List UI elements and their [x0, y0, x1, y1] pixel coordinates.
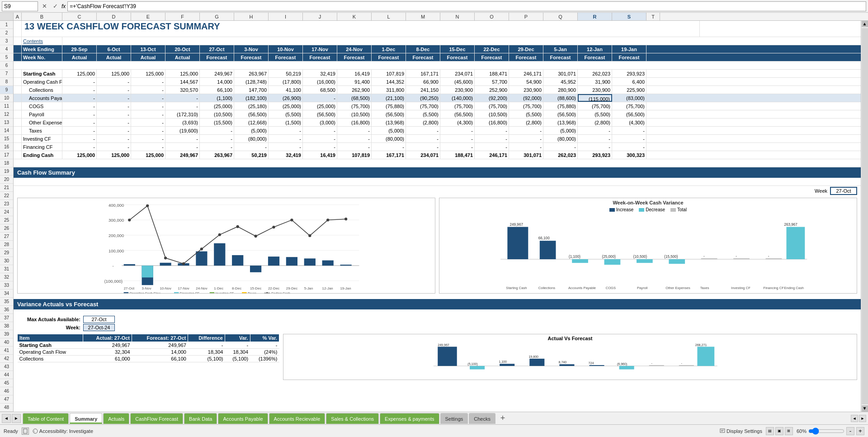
row-44[interactable]: 44 — [0, 371, 13, 379]
right-scrollbar[interactable]: ▲ ▼ — [861, 21, 868, 412]
col-O[interactable]: O — [475, 13, 509, 20]
row-22[interactable]: 22 — [0, 192, 13, 200]
row-45[interactable]: 45 — [0, 379, 13, 387]
tab-table-of-content[interactable]: Table of Content — [23, 413, 69, 424]
tab-checks[interactable]: Checks — [469, 413, 495, 424]
col-C[interactable]: C — [62, 13, 97, 20]
col-F[interactable]: F — [165, 13, 200, 20]
tab-scroll-left[interactable]: ◄ — [2, 414, 11, 423]
col-R[interactable]: R — [578, 13, 612, 20]
row-47[interactable]: 47 — [0, 395, 13, 404]
col-B[interactable]: B — [22, 13, 62, 20]
row-13[interactable]: 13 — [0, 119, 13, 127]
row-27[interactable]: 27 — [0, 233, 13, 241]
col-M[interactable]: M — [406, 13, 440, 20]
row-41[interactable]: 41 — [0, 347, 13, 355]
row-28[interactable]: 28 — [0, 241, 13, 249]
tab-sales-collections[interactable]: Sales & Collections — [326, 413, 379, 424]
row-38[interactable]: 38 — [0, 322, 13, 330]
zoom-out-btn[interactable]: - — [846, 427, 854, 435]
col-T[interactable]: T — [646, 13, 660, 20]
col-J[interactable]: J — [303, 13, 337, 20]
col-E[interactable]: E — [131, 13, 165, 20]
row-1[interactable]: 1 — [0, 21, 13, 29]
row-2[interactable]: 2 — [0, 29, 13, 37]
row-23[interactable]: 23 — [0, 200, 13, 208]
col-S[interactable]: S — [612, 13, 646, 20]
col-D[interactable]: D — [97, 13, 131, 20]
row-36[interactable]: 36 — [0, 306, 13, 314]
col-K[interactable]: K — [337, 13, 372, 20]
row-3[interactable]: 3 — [0, 37, 13, 45]
row-14[interactable]: 14 — [0, 127, 13, 135]
row-31[interactable]: 31 — [0, 265, 13, 273]
row-19[interactable]: 19 — [0, 167, 13, 176]
tab-accounts-payable[interactable]: Accounts Payable — [218, 413, 268, 424]
normal-view-btn[interactable]: ▤ — [766, 427, 774, 435]
zoom-in-btn[interactable]: + — [856, 427, 864, 435]
tab-actuals[interactable]: Actuals — [103, 413, 129, 424]
row-39[interactable]: 39 — [0, 330, 13, 338]
cancel-formula-btn[interactable]: ✕ — [40, 2, 49, 11]
row-46[interactable]: 46 — [0, 387, 13, 395]
row-8[interactable]: 8 — [0, 78, 13, 86]
row-18[interactable]: 18 — [0, 159, 13, 167]
page-break-btn[interactable]: ⊞ — [785, 427, 793, 435]
week-actuals-input[interactable]: 27-Oct-24 — [83, 324, 115, 331]
row-25[interactable]: 25 — [0, 216, 13, 224]
row-35[interactable]: 35 — [0, 298, 13, 306]
scroll-up-btn[interactable]: ▲ — [862, 21, 868, 27]
scroll-down-btn[interactable]: ▼ — [862, 405, 868, 412]
row-24[interactable]: 24 — [0, 208, 13, 216]
add-sheet-btn[interactable]: + — [498, 414, 507, 423]
row-10[interactable]: 10 — [0, 94, 13, 102]
col-P[interactable]: P — [509, 13, 543, 20]
col-H[interactable]: H — [234, 13, 269, 20]
row-26[interactable]: 26 — [0, 224, 13, 233]
cell-reference-box[interactable]: S9 — [2, 1, 38, 11]
week-input[interactable]: 27-Oct — [830, 187, 857, 195]
row-20[interactable]: 20 — [0, 176, 13, 184]
scroll-thumb[interactable] — [862, 28, 868, 404]
row-34[interactable]: 34 — [0, 290, 13, 298]
tab-accounts-receivable[interactable]: Accounts Recievable — [269, 413, 326, 424]
row-48[interactable]: 48 — [0, 404, 13, 412]
display-settings-btn[interactable]: Display Settings — [720, 428, 762, 434]
tab-bank-data[interactable]: Bank Data — [184, 413, 217, 424]
row-9[interactable]: 9 — [0, 86, 13, 94]
contents-link[interactable]: Contents — [22, 37, 62, 45]
tab-nav-right[interactable]: ► — [859, 415, 866, 422]
row-15[interactable]: 15 — [0, 135, 13, 143]
row-29[interactable]: 29 — [0, 249, 13, 257]
col-I[interactable]: I — [269, 13, 303, 20]
row-16[interactable]: 16 — [0, 143, 13, 151]
tab-summary[interactable]: Summary — [70, 413, 102, 424]
confirm-formula-btn[interactable]: ✓ — [51, 2, 60, 11]
row-32[interactable]: 32 — [0, 273, 13, 281]
col-L[interactable]: L — [372, 13, 406, 20]
row-12[interactable]: 12 — [0, 110, 13, 119]
row-21[interactable]: 21 — [0, 184, 13, 192]
formula-input[interactable]: =+'CashFlow Forecast'!Y39 — [67, 1, 866, 11]
row-42[interactable]: 42 — [0, 355, 13, 363]
tab-expenses-payments[interactable]: Expenses & payments — [380, 413, 439, 424]
row-30[interactable]: 30 — [0, 257, 13, 265]
row-5[interactable]: 5 — [0, 53, 13, 62]
tab-cashflow-forecast[interactable]: CashFlow Forecast — [130, 413, 183, 424]
status-page-icon[interactable] — [22, 428, 29, 435]
col-G[interactable]: G — [200, 13, 234, 20]
zoom-slider[interactable] — [808, 428, 844, 435]
col-A[interactable]: A — [14, 13, 22, 20]
row-7[interactable]: 7 — [0, 70, 13, 78]
fx-icon[interactable]: fx — [61, 3, 66, 10]
col-Q[interactable]: Q — [543, 13, 578, 20]
row-37[interactable]: 37 — [0, 314, 13, 322]
tab-settings[interactable]: Settings — [440, 413, 468, 424]
page-layout-btn[interactable]: ▣ — [775, 427, 783, 435]
row-6[interactable]: 6 — [0, 62, 13, 70]
row-33[interactable]: 33 — [0, 281, 13, 290]
row-17[interactable]: 17 — [0, 151, 13, 159]
ap-16-selected[interactable]: (115,000) — [578, 94, 612, 102]
accessibility-btn[interactable]: i Accessibility: Investigate — [33, 428, 93, 434]
row-43[interactable]: 43 — [0, 363, 13, 371]
